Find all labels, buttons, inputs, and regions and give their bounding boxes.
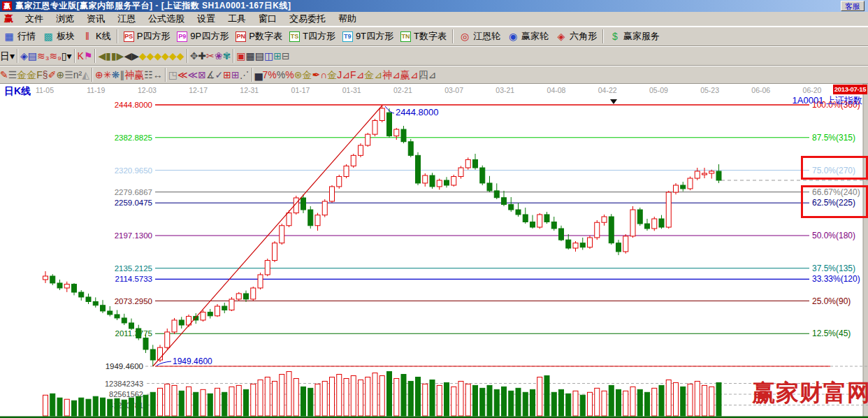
circle-grid-icon[interactable]: ⊕	[56, 69, 64, 81]
menu-item-2[interactable]: 资讯	[80, 11, 111, 27]
gold-line-icon[interactable]: 金	[327, 69, 337, 81]
wave-tool-icon[interactable]: ∩	[320, 69, 327, 81]
mini-chart9-icon[interactable]: ≋₉	[49, 50, 61, 62]
volume-bar	[236, 385, 241, 416]
gold-level-icon[interactable]: 金	[302, 69, 312, 81]
t-square-button[interactable]: TST四方形	[286, 29, 339, 44]
ying-tool-icon[interactable]: 赢	[134, 69, 144, 81]
pattern-zoom-icon[interactable]: ◈	[20, 50, 28, 62]
p9-square-button[interactable]: P99P四方形	[173, 29, 232, 44]
network-button[interactable]: ⊞	[273, 50, 282, 62]
menu-item-3[interactable]: 江恩	[111, 11, 142, 27]
crosshair-button[interactable]: ✚	[198, 50, 206, 62]
h-arrows-icon[interactable]: ↔	[153, 69, 163, 81]
box-select-icon[interactable]: ◳	[168, 69, 178, 81]
info-card-icon[interactable]: ▤	[28, 50, 37, 62]
menu-item-0[interactable]: 文件	[19, 11, 50, 27]
quotes-button[interactable]: ▦行情	[0, 29, 39, 44]
p-square-button[interactable]: PSP四方形	[120, 29, 174, 44]
volume-profile-icon[interactable]: ⚑	[84, 50, 93, 62]
hexagon-button[interactable]: ◈六角形	[552, 29, 600, 44]
si-angle-icon[interactable]: 四⊿	[418, 69, 436, 81]
t9-square-button[interactable]: T99T四方形	[339, 29, 397, 44]
first-page-button[interactable]: ◀▮	[98, 50, 110, 62]
winner-wheel-button[interactable]: ◉赢家轮	[504, 29, 552, 44]
pen-flag-icon[interactable]: ✒	[312, 69, 320, 81]
hand-tool-button[interactable]: ✥	[190, 50, 198, 62]
brush-tool-icon[interactable]: ✎	[0, 69, 8, 81]
menu-item-8[interactable]: 交易委托	[283, 11, 332, 27]
comb-tool-icon[interactable]: ☰	[8, 69, 17, 81]
menu-item-6[interactable]: 工具	[222, 11, 252, 27]
ying-angle-icon[interactable]: 赢⊿	[400, 69, 419, 81]
last-page-button[interactable]: ▮▶	[111, 50, 124, 62]
target-tool-icon[interactable]: ⊕	[95, 69, 103, 81]
diamond-shrink-button[interactable]: ◆	[161, 50, 169, 62]
ruler123-icon[interactable]: ☷	[144, 69, 153, 81]
fan-red-icon[interactable]: ≪	[178, 69, 188, 81]
fan-purple-icon[interactable]: ≪	[188, 69, 198, 81]
angle-ruler-icon[interactable]: ◭	[82, 69, 89, 81]
gold-angle-icon[interactable]: 金⊿	[364, 69, 382, 81]
calendar-button[interactable]: ▣	[236, 50, 245, 62]
period-dropdown-button[interactable]: 日▾	[0, 50, 15, 62]
sectors-button[interactable]: ▩板块	[39, 29, 78, 44]
flower-tool-button[interactable]: ❀	[215, 50, 223, 62]
spiral-tool-icon[interactable]: §	[43, 69, 48, 81]
comb2-tool-icon[interactable]: ☰	[64, 69, 73, 81]
vol-bars-icon[interactable]: ▅	[255, 69, 263, 81]
notes-button[interactable]: ▤	[255, 50, 264, 62]
grid-purple-icon[interactable]: ⊞	[231, 69, 240, 81]
j-angle-icon[interactable]: J⊿	[337, 69, 350, 81]
check-wave-icon[interactable]: ✓	[215, 69, 224, 81]
scrollbar[interactable]	[863, 84, 868, 418]
shen-tool-icon[interactable]: 神	[124, 69, 134, 81]
net-tool-button[interactable]: ✾	[223, 50, 231, 62]
gann-gold-grid2-icon[interactable]: 金	[27, 69, 36, 81]
n2-tool-icon[interactable]: n²	[73, 69, 82, 81]
gann-wheel-button[interactable]: ◎江恩轮	[456, 29, 504, 44]
f-grid-icon[interactable]: F	[36, 69, 43, 81]
printer-button[interactable]: ⊟	[282, 50, 290, 62]
angle-line-icon[interactable]: ∡	[206, 69, 215, 81]
diamond-right-button[interactable]: ◆	[147, 50, 154, 62]
pct-icon[interactable]: %	[277, 69, 285, 81]
menu-item-7[interactable]: 窗口	[252, 11, 283, 27]
web-blue-icon[interactable]: ❋	[111, 69, 120, 81]
f-angle-icon[interactable]: F⊿	[350, 69, 364, 81]
grid-red-icon[interactable]: ⊞	[223, 69, 231, 81]
diamond-expand-button[interactable]: ◆	[154, 50, 162, 62]
menu-item-4[interactable]: 公式选股	[142, 11, 191, 27]
kline-chart-canvas[interactable]: 11-0511-1912-0312-1712-3101-1701-3102-21…	[0, 84, 868, 418]
pct5-icon[interactable]: %	[285, 69, 294, 81]
scissors-button[interactable]: ✂	[206, 50, 215, 62]
pct7-icon[interactable]: 7%	[263, 69, 277, 81]
volume-bar	[659, 385, 664, 416]
box-web-icon[interactable]: ⊠	[198, 69, 206, 81]
kline-red-icon[interactable]: K	[78, 50, 84, 62]
menu-item-9[interactable]: 帮助	[332, 11, 363, 27]
gann-gold-grid1-icon[interactable]: 金	[17, 69, 27, 81]
diamond-zoomin-button[interactable]: ◆	[169, 50, 177, 62]
kline-button[interactable]: ‖K线	[78, 29, 115, 44]
next-button[interactable]: ▶	[131, 50, 139, 62]
diag-lines-icon[interactable]: ⋰	[240, 69, 249, 81]
calculator-button[interactable]: ▦	[246, 50, 255, 62]
prev-button[interactable]: ◀	[124, 50, 131, 62]
diamond-left-button[interactable]: ◆	[139, 50, 147, 62]
winner-service-button[interactable]: $赢家服务	[606, 29, 663, 44]
candle-style-dropdown[interactable]: ▯▾	[62, 50, 72, 62]
save-button[interactable]: ◫	[264, 50, 273, 62]
mini-chart3-icon[interactable]: ≋₃	[37, 50, 49, 62]
diamond-zoomout-button[interactable]: ◆	[177, 50, 185, 62]
parallel-tool-icon[interactable]: ∥	[120, 69, 124, 81]
shen-angle-icon[interactable]: 神⊿	[382, 69, 400, 81]
marker-tool-icon[interactable]: ✐	[48, 69, 57, 81]
menu-item-5[interactable]: 设置	[191, 11, 222, 27]
t-table-button[interactable]: TNT数字表	[397, 29, 450, 44]
menu-item-1[interactable]: 浏览	[50, 11, 80, 27]
gold-circle-icon[interactable]: ⊛	[294, 69, 303, 81]
customer-service-button[interactable]: 客服	[841, 1, 865, 11]
web-red-icon[interactable]: ✳	[103, 69, 112, 81]
p-table-button[interactable]: PNP数字表	[232, 29, 286, 44]
